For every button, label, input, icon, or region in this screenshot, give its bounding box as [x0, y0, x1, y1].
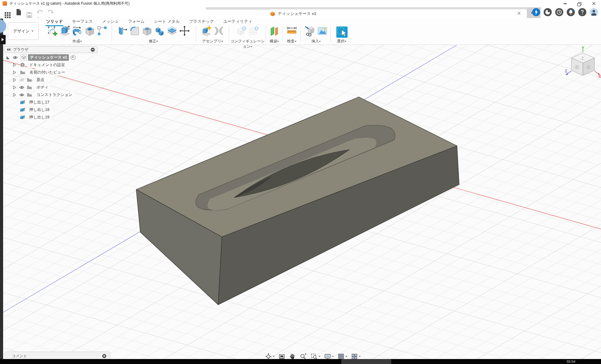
- workspace-selector[interactable]: デザイン: [8, 22, 39, 40]
- group-label-assemble[interactable]: アセンブリ: [196, 39, 229, 44]
- document-tab-label: ティッシュケース v1: [278, 11, 316, 17]
- viewcube-label-right: 右: [586, 65, 591, 69]
- browser-row-extrude19[interactable]: 押し出し19: [20, 114, 51, 120]
- browser-row-root[interactable]: ティッシュケース v1: [6, 54, 75, 60]
- configuration-table-icon[interactable]: [248, 25, 260, 37]
- taskbar-time: 55:54: [567, 360, 575, 363]
- group-label-inspect[interactable]: 検査: [283, 39, 300, 44]
- fillet-icon[interactable]: [129, 25, 141, 37]
- select-icon[interactable]: [335, 25, 349, 39]
- group-label-configuration[interactable]: コンフィギュレーション: [229, 39, 266, 49]
- insert-caret-icon: [319, 41, 321, 42]
- restore-button[interactable]: [572, 0, 587, 7]
- ribbon-toolbar: デザイン ソリッド サーフェス メッシュ フォーム シート メタル プラスチック…: [0, 18, 601, 45]
- help-icon[interactable]: [578, 8, 586, 16]
- add-comment-icon[interactable]: [102, 354, 106, 358]
- construction-plane-icon[interactable]: [268, 25, 280, 37]
- move-icon[interactable]: [179, 25, 190, 37]
- create-sketch-icon[interactable]: [46, 25, 58, 37]
- tree-item-label[interactable]: 押し出し19: [27, 114, 51, 121]
- window-title: ティッシュケース v1 (g catsin) - Autodesk Fusion…: [9, 1, 129, 6]
- measure-icon[interactable]: [286, 25, 298, 37]
- display-caret-icon: [332, 356, 334, 357]
- viewports-caret-icon: [359, 356, 361, 357]
- expand-arrow-icon[interactable]: [13, 93, 16, 97]
- group-label-create[interactable]: 作成: [44, 39, 111, 44]
- browser-row-document-settings[interactable]: ドキュメントの設定: [13, 62, 67, 68]
- browser-row-origin[interactable]: 原点: [13, 77, 46, 83]
- tree-item-label[interactable]: ドキュメントの設定: [27, 62, 67, 68]
- recent-clock-icon[interactable]: [555, 8, 563, 16]
- shell-icon[interactable]: [141, 25, 153, 37]
- combine-icon[interactable]: [154, 25, 166, 37]
- offset-face-icon[interactable]: [166, 25, 178, 37]
- browser-header[interactable]: ブラウザ: [4, 46, 98, 53]
- activate-component-icon[interactable]: [71, 55, 75, 60]
- revolve-icon[interactable]: [71, 25, 83, 37]
- expand-arrow-icon[interactable]: [13, 85, 16, 89]
- tree-item-label[interactable]: ボディ: [35, 84, 50, 91]
- browser-row-named-views[interactable]: 名前の付いたビュー: [13, 69, 67, 75]
- expanded-arrow-icon[interactable]: [6, 55, 10, 60]
- visibility-eye-icon[interactable]: [19, 85, 24, 89]
- minimize-button[interactable]: [558, 0, 572, 7]
- press-pull-icon[interactable]: [116, 25, 128, 37]
- joint-icon[interactable]: [213, 25, 225, 37]
- group-label-modify[interactable]: 修正: [112, 39, 195, 44]
- browser-row-construction[interactable]: コンストラクション: [13, 92, 74, 98]
- view-cube[interactable]: Y 上 前 右 Z X: [565, 46, 601, 80]
- ribbon-divider: [282, 26, 283, 42]
- visibility-off-eye-icon[interactable]: [19, 78, 24, 82]
- title-bar: ティッシュケース v1 (g catsin) - Autodesk Fusion…: [0, 0, 601, 7]
- insert-mesh-icon[interactable]: [304, 25, 316, 37]
- panel-minimize-icon[interactable]: [91, 48, 95, 52]
- browser-row-extrude18[interactable]: 押し出し18: [20, 107, 51, 113]
- comment-label: コメント: [12, 353, 27, 359]
- extensions-icon[interactable]: [544, 8, 552, 16]
- canvas-icon[interactable]: [316, 25, 328, 37]
- 3d-viewport[interactable]: [0, 45, 601, 364]
- expand-arrow-icon[interactable]: [13, 63, 16, 67]
- folder-icon: [20, 70, 25, 74]
- expand-arrow-icon[interactable]: [13, 70, 16, 74]
- browser-panel: ブラウザ ティッシュケース v1: [4, 46, 98, 53]
- tree-item-label[interactable]: 押し出し18: [27, 107, 51, 113]
- visibility-eye-icon[interactable]: [13, 56, 18, 59]
- tree-item-label[interactable]: 押し出し17: [27, 99, 51, 106]
- root-component-label[interactable]: ティッシュケース v1: [28, 54, 69, 61]
- group-label-insert[interactable]: 挿入: [301, 39, 331, 44]
- group-inspect: 検査: [283, 25, 300, 44]
- close-button[interactable]: [587, 0, 601, 7]
- browser-row-extrude17[interactable]: 押し出し17: [20, 99, 51, 105]
- workspace-label: デザイン: [13, 28, 30, 34]
- extrude-feature-icon: [20, 115, 25, 120]
- configuration-icon[interactable]: [235, 25, 247, 37]
- visibility-eye-icon[interactable]: [19, 93, 24, 97]
- extrude-icon[interactable]: [59, 25, 71, 37]
- new-component-icon[interactable]: [200, 25, 212, 37]
- tree-item-label[interactable]: 原点: [35, 77, 46, 83]
- group-modify: 修正: [112, 25, 195, 44]
- group-label-select[interactable]: 選択: [332, 39, 352, 44]
- job-status-icon[interactable]: [532, 8, 540, 16]
- avatar[interactable]: [590, 8, 598, 16]
- group-label-construct[interactable]: 構築: [266, 39, 282, 44]
- folder-icon: [27, 78, 32, 82]
- viewcube-label-top: 上: [580, 55, 585, 60]
- save-icon[interactable]: [26, 12, 32, 18]
- configuration-caret-icon: [250, 46, 252, 47]
- tissue-case-body[interactable]: [136, 97, 459, 305]
- browser-row-bodies[interactable]: ボディ: [13, 84, 50, 90]
- tab-close-icon[interactable]: [516, 11, 522, 16]
- collapse-panel-icon[interactable]: [7, 48, 11, 51]
- expand-arrow-icon[interactable]: [13, 78, 16, 82]
- tree-item-label[interactable]: 名前の付いたビュー: [28, 69, 67, 76]
- app-launcher-icon[interactable]: [4, 11, 11, 19]
- orbit-caret-icon: [273, 356, 275, 357]
- left-edge-window-fragment-arrow: [0, 35, 6, 44]
- tree-item-label[interactable]: コンストラクション: [35, 92, 74, 98]
- notifications-bell-icon[interactable]: [567, 8, 575, 16]
- rectangular-pattern-icon[interactable]: [96, 25, 108, 37]
- document-tab[interactable]: ティッシュケース v1: [270, 9, 527, 18]
- hole-icon[interactable]: [84, 25, 96, 37]
